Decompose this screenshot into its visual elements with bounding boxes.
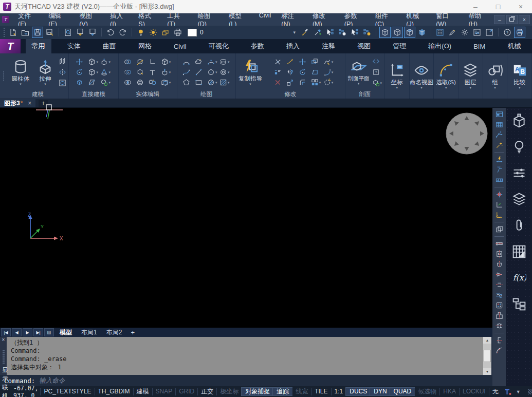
status-osnap[interactable]: 对象捕捉: [242, 388, 273, 395]
weld-nozzle-icon[interactable]: [494, 270, 504, 279]
status-dropdown-icon[interactable]: ▼: [516, 389, 521, 394]
break-icon[interactable]: [323, 78, 334, 87]
extrude-button[interactable]: 拉伸: [33, 59, 57, 86]
quick-edit-icon[interactable]: [447, 27, 458, 38]
fillet-edge-icon[interactable]: [88, 57, 99, 67]
scale-icon[interactable]: [286, 78, 297, 87]
mirror-icon[interactable]: [286, 67, 297, 77]
status-annotation-none[interactable]: 无: [489, 388, 502, 395]
centerline-icon[interactable]: [494, 280, 504, 289]
polyline-edit-icon[interactable]: [323, 57, 334, 67]
model-browser-icon[interactable]: [511, 113, 527, 128]
tab-bim[interactable]: BIM: [467, 39, 491, 53]
compare-button[interactable]: 比较: [507, 53, 532, 99]
flange-icon[interactable]: [494, 311, 504, 320]
fullscreen-icon[interactable]: [484, 27, 495, 38]
spline-icon[interactable]: [182, 67, 193, 77]
hatch-icon[interactable]: [207, 78, 218, 87]
panel-label-section[interactable]: 剖面: [347, 90, 383, 99]
render-view-icon[interactable]: [416, 27, 428, 38]
hatch-corner-icon[interactable]: [494, 211, 504, 219]
status-grid[interactable]: GRID: [175, 388, 197, 395]
copy-guide-button[interactable]: 复制指导: [237, 59, 263, 86]
tab-civil[interactable]: Civil: [168, 39, 193, 53]
array-icon[interactable]: [311, 78, 322, 87]
shell-icon[interactable]: [161, 78, 172, 87]
tab-view[interactable]: 视图: [351, 39, 377, 53]
rotate-face-icon[interactable]: [76, 67, 86, 77]
command-input[interactable]: Command: 输入命令: [0, 375, 492, 386]
panel-label-draw[interactable]: 绘图: [179, 90, 234, 99]
slice-icon[interactable]: [136, 57, 147, 67]
extract-edges-icon[interactable]: [149, 57, 159, 67]
section-plane-button[interactable]: 剖面平面: [347, 59, 371, 86]
bolt-icon[interactable]: [494, 239, 504, 248]
last-layout-button[interactable]: ▶|: [33, 328, 43, 336]
live-section-icon[interactable]: [372, 56, 383, 66]
toolbar-grip[interactable]: [3, 28, 6, 37]
save-as-icon[interactable]: [44, 27, 56, 38]
status-selection-preview[interactable]: 候选物: [414, 388, 439, 395]
status-tile[interactable]: TILE: [311, 388, 331, 395]
publish-icon[interactable]: [87, 27, 98, 38]
lighting-icon[interactable]: [511, 139, 527, 155]
fillet-icon[interactable]: [323, 67, 334, 77]
power-dimension-icon[interactable]: [494, 155, 504, 164]
layout-tab-model[interactable]: 模型: [55, 328, 77, 337]
layers-button[interactable]: 图层: [458, 53, 483, 99]
settings-list-icon[interactable]: [471, 27, 483, 38]
valve-icon[interactable]: [494, 322, 504, 330]
bearing-icon[interactable]: [494, 250, 504, 258]
status-scale[interactable]: 1:1: [331, 388, 346, 395]
delete-face-icon[interactable]: [76, 78, 86, 87]
layout-list-button[interactable]: ▤: [44, 328, 54, 336]
status-dim-style[interactable]: TH_GBDIM: [95, 388, 133, 395]
erase-icon[interactable]: [274, 78, 285, 87]
save-icon[interactable]: [32, 27, 43, 38]
status-lineweight[interactable]: 线宽: [292, 388, 311, 395]
explode-icon[interactable]: [274, 57, 285, 67]
line-icon[interactable]: [195, 67, 206, 77]
new-file-icon[interactable]: [7, 27, 19, 38]
pipe-elbow-icon[interactable]: [494, 346, 504, 355]
plot-window-icon[interactable]: [514, 27, 525, 38]
solid-history-icon[interactable]: [100, 78, 111, 87]
undo-icon[interactable]: [105, 27, 116, 38]
match-properties-icon[interactable]: [300, 27, 311, 38]
close-button[interactable]: ×: [509, 0, 532, 13]
thicken-icon[interactable]: [136, 67, 147, 77]
light-toggle-icon[interactable]: [135, 27, 146, 38]
cylinder-button[interactable]: 圆柱体: [9, 59, 32, 86]
tab-visualize[interactable]: 可视化: [203, 39, 235, 53]
tab-solid[interactable]: 实体: [61, 39, 87, 53]
next-layout-button[interactable]: ▶: [23, 328, 32, 336]
color-picker-icon[interactable]: [312, 27, 323, 38]
status-polar[interactable]: 极坐标: [216, 388, 242, 395]
tab-home[interactable]: 常用: [26, 39, 51, 53]
command-history[interactable]: （找到1 ）Command:Command: _erase选择集中对象： 1: [7, 337, 483, 375]
spring-icon[interactable]: [494, 291, 504, 299]
attachments-icon[interactable]: [511, 218, 527, 233]
plot-preview-icon[interactable]: [62, 27, 74, 38]
wireframe-view-icon[interactable]: [379, 27, 391, 38]
union-icon[interactable]: [124, 57, 135, 67]
section-settings-icon[interactable]: [372, 67, 383, 77]
add-layout-button[interactable]: +: [127, 329, 138, 336]
rotate-icon[interactable]: [299, 67, 309, 77]
channel-steel-icon[interactable]: [494, 336, 504, 345]
properties-palette-icon[interactable]: [434, 27, 446, 38]
named-views-button[interactable]: 命名视图: [410, 53, 434, 99]
panel-label-direct-modeling[interactable]: 直接建模: [70, 90, 117, 99]
mdi-minimize-button[interactable]: –: [494, 15, 505, 24]
separate-icon[interactable]: [149, 78, 159, 87]
scrollbar-thumb[interactable]: [484, 350, 491, 362]
move-face-icon[interactable]: [76, 57, 86, 67]
status-otrack[interactable]: 追踪: [273, 388, 292, 395]
status-dyn[interactable]: DYN: [370, 388, 390, 395]
sun-brightness-icon[interactable]: [148, 27, 159, 38]
ellipse-icon[interactable]: [219, 57, 230, 67]
stretch-icon[interactable]: [311, 67, 322, 77]
chamfer-edge-icon[interactable]: [88, 67, 99, 77]
tolerance-frame-icon[interactable]: [494, 176, 504, 184]
layout-viewport-icon[interactable]: [494, 110, 504, 119]
